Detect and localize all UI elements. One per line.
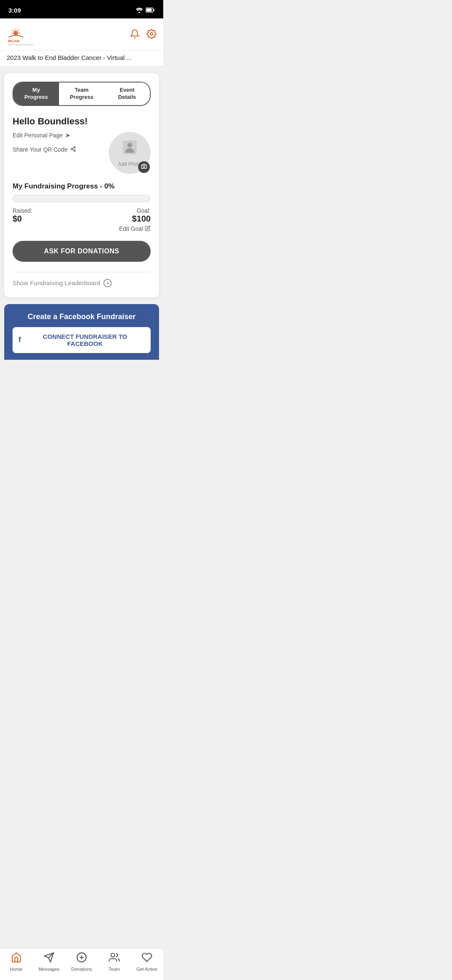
- fundraising-title: My Fundraising Progress - 0%: [13, 182, 151, 191]
- svg-point-14: [150, 33, 153, 35]
- svg-text:Bladder Cancer Advocacy Networ: Bladder Cancer Advocacy Network: [8, 44, 34, 46]
- show-leaderboard-link[interactable]: Show Fundraising Leaderboard +: [13, 279, 151, 287]
- edit-goal-label: Edit Goal: [119, 225, 143, 232]
- svg-line-19: [72, 148, 74, 149]
- svg-rect-3: [154, 9, 155, 11]
- goal-amount: $100: [132, 214, 151, 224]
- svg-line-18: [72, 150, 74, 150]
- notification-icon[interactable]: [130, 29, 140, 41]
- event-title: 2023 Walk to End Bladder Cancer - Virtua…: [7, 54, 131, 61]
- facebook-card: Create a Facebook Fundraiser f CONNECT F…: [4, 304, 159, 360]
- camera-badge[interactable]: [138, 161, 150, 173]
- svg-rect-2: [146, 9, 152, 12]
- svg-point-16: [71, 148, 72, 150]
- section-divider: [13, 272, 151, 272]
- main-card: My Progress Team Progress Event Details …: [4, 73, 159, 297]
- edit-personal-page-link[interactable]: Edit Personal Page ➤: [13, 132, 76, 139]
- event-title-bar: 2023 Walk to End Bladder Cancer - Virtua…: [0, 51, 163, 67]
- camera-icon: [141, 163, 147, 170]
- facebook-title: Create a Facebook Fundraiser: [13, 312, 151, 321]
- external-link-icon: ➤: [65, 132, 70, 139]
- pencil-icon: [145, 225, 151, 232]
- wifi-icon: [136, 8, 143, 13]
- progress-bar-container: [13, 195, 151, 202]
- logo-container: BCAN Bladder Cancer Advocacy Network: [7, 23, 37, 47]
- app-header: BCAN Bladder Cancer Advocacy Network: [0, 18, 163, 51]
- svg-line-9: [13, 30, 13, 31]
- raised-col: Raised: $0: [13, 207, 32, 224]
- svg-point-22: [143, 166, 145, 168]
- edit-goal-row: Edit Goal: [13, 225, 151, 232]
- svg-text:BCAN: BCAN: [8, 39, 20, 43]
- status-bar: 3:09: [0, 0, 163, 18]
- ask-for-donations-button[interactable]: ASK FOR DONATIONS: [13, 241, 151, 262]
- plus-circle-icon: +: [103, 279, 112, 287]
- greeting-text: Hello Boundless!: [13, 116, 151, 127]
- tab-my-progress[interactable]: My Progress: [13, 83, 59, 105]
- edit-page-label: Edit Personal Page: [13, 132, 63, 139]
- svg-point-0: [139, 12, 140, 13]
- add-photo-button[interactable]: Add Photo: [109, 132, 151, 174]
- bcan-logo: BCAN Bladder Cancer Advocacy Network: [7, 23, 37, 47]
- share-qr-code-link[interactable]: Share Your QR Code: [13, 146, 76, 153]
- tab-event-details[interactable]: Event Details: [104, 83, 150, 105]
- status-icons: [136, 8, 155, 13]
- svg-point-15: [74, 147, 75, 148]
- goal-label: Goal:: [132, 207, 151, 214]
- goal-col: Goal: $100: [132, 207, 151, 224]
- share-qr-label: Share Your QR Code: [13, 146, 68, 153]
- svg-point-17: [74, 150, 75, 152]
- settings-icon[interactable]: [146, 29, 157, 41]
- header-icons: [130, 29, 157, 41]
- links-col: Edit Personal Page ➤ Share Your QR Code: [13, 132, 76, 153]
- share-icon: [70, 146, 76, 153]
- links-photo-row: Edit Personal Page ➤ Share Your QR Code: [13, 132, 151, 174]
- raised-goal-row: Raised: $0 Goal: $100: [13, 207, 151, 224]
- person-icon: [121, 138, 139, 160]
- tab-group: My Progress Team Progress Event Details: [13, 82, 151, 106]
- battery-icon: [146, 8, 155, 13]
- edit-goal-link[interactable]: Edit Goal: [119, 225, 151, 232]
- svg-line-6: [18, 30, 19, 31]
- leaderboard-label: Show Fundraising Leaderboard: [13, 279, 100, 286]
- svg-point-21: [128, 143, 132, 147]
- facebook-icon: f: [18, 335, 21, 344]
- tab-team-progress[interactable]: Team Progress: [59, 83, 105, 105]
- svg-point-4: [13, 31, 18, 36]
- status-time: 3:09: [8, 7, 21, 14]
- raised-amount: $0: [13, 214, 32, 224]
- connect-facebook-button[interactable]: f CONNECT FUNDRAISER TO FACEBOOK: [13, 327, 151, 353]
- raised-label: Raised:: [13, 207, 32, 214]
